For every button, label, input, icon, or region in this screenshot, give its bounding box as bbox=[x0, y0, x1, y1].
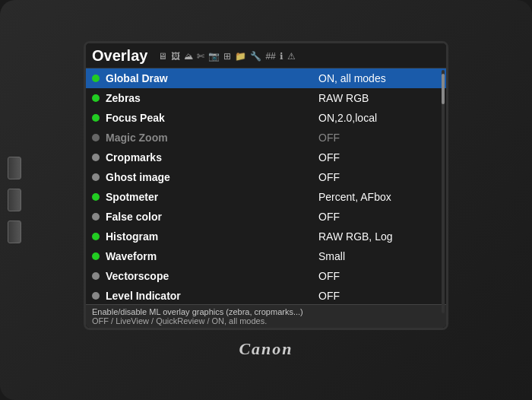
left-buttons bbox=[8, 157, 21, 243]
dot-spotmeter bbox=[92, 193, 100, 201]
icon-cursor: ✄ bbox=[197, 51, 204, 62]
menu-item-waveform[interactable]: WaveformSmall bbox=[86, 246, 446, 266]
value-level-indicator: OFF bbox=[318, 290, 440, 302]
icon-info: ℹ bbox=[280, 51, 283, 62]
screen: Overlay 🖥 🖼 ⛰ ✄ 📷 ⊞ 📁 🔧 ## ℹ ⚠ Global bbox=[86, 43, 446, 328]
icon-wrench: 🔧 bbox=[250, 51, 261, 62]
label-cropmarks: Cropmarks bbox=[106, 151, 318, 163]
label-spotmeter: Spotmeter bbox=[106, 191, 318, 203]
label-false-color: False color bbox=[106, 211, 318, 223]
dot-magic-zoom bbox=[92, 134, 100, 141]
label-global-draw: Global Draw bbox=[106, 72, 318, 84]
icon-hash: ## bbox=[265, 51, 275, 62]
icon-mountain: ⛰ bbox=[184, 51, 193, 62]
menu-item-focus-peak[interactable]: Focus PeakON,2.0,local bbox=[86, 108, 446, 128]
label-histogram: Histogram bbox=[106, 230, 318, 243]
screen-container: Overlay 🖥 🖼 ⛰ ✄ 📷 ⊞ 📁 🔧 ## ℹ ⚠ Global bbox=[84, 41, 448, 330]
label-focus-peak: Focus Peak bbox=[106, 112, 318, 124]
left-button-1[interactable] bbox=[8, 157, 21, 179]
dot-focus-peak bbox=[92, 114, 100, 122]
label-level-indicator: Level Indicator bbox=[106, 290, 318, 302]
dot-cropmarks bbox=[92, 154, 100, 161]
icon-camera: 📷 bbox=[208, 51, 220, 62]
left-button-2[interactable] bbox=[8, 189, 21, 211]
menu-item-global-draw[interactable]: Global DrawON, all modes bbox=[86, 68, 446, 88]
value-false-color: OFF bbox=[318, 211, 440, 223]
label-waveform: Waveform bbox=[106, 250, 318, 262]
status-line2: OFF / LiveView / QuickReview / ON, all m… bbox=[92, 316, 440, 325]
value-ghost-image: OFF bbox=[318, 171, 440, 183]
screen-title: Overlay bbox=[92, 47, 147, 65]
value-histogram: RAW RGB, Log bbox=[318, 230, 440, 243]
top-bar: Overlay 🖥 🖼 ⛰ ✄ 📷 ⊞ 📁 🔧 ## ℹ ⚠ bbox=[86, 43, 446, 68]
dot-level-indicator bbox=[92, 292, 100, 300]
value-zebras: RAW RGB bbox=[318, 92, 440, 104]
dot-vectorscope bbox=[92, 272, 100, 280]
icon-image: 🖼 bbox=[171, 51, 180, 62]
menu-item-histogram[interactable]: HistogramRAW RGB, Log bbox=[86, 227, 446, 246]
menu-item-magic-zoom[interactable]: Magic ZoomOFF bbox=[86, 128, 446, 148]
menu-item-cropmarks[interactable]: CropmarksOFF bbox=[86, 148, 446, 167]
value-magic-zoom: OFF bbox=[318, 132, 440, 144]
label-zebras: Zebras bbox=[106, 92, 318, 104]
dot-zebras bbox=[92, 94, 100, 102]
icon-folder: 📁 bbox=[235, 51, 246, 62]
menu-item-level-indicator[interactable]: Level IndicatorOFF bbox=[86, 286, 446, 304]
value-cropmarks: OFF bbox=[318, 151, 440, 163]
menu-item-false-color[interactable]: False colorOFF bbox=[86, 207, 446, 227]
menu-item-vectorscope[interactable]: VectorscopeOFF bbox=[86, 266, 446, 286]
value-spotmeter: Percent, AFbox bbox=[318, 191, 440, 203]
dot-waveform bbox=[92, 252, 100, 260]
value-global-draw: ON, all modes bbox=[318, 72, 440, 84]
menu-item-zebras[interactable]: ZebrasRAW RGB bbox=[86, 88, 446, 108]
camera-body: Overlay 🖥 🖼 ⛰ ✄ 📷 ⊞ 📁 🔧 ## ℹ ⚠ Global bbox=[0, 0, 532, 400]
dot-histogram bbox=[92, 233, 100, 240]
status-bar: Enable/disable ML overlay graphics (zebr… bbox=[86, 304, 446, 328]
left-button-3[interactable] bbox=[8, 221, 21, 243]
icon-grid: ⊞ bbox=[223, 51, 231, 62]
status-line1: Enable/disable ML overlay graphics (zebr… bbox=[92, 307, 440, 316]
value-focus-peak: ON,2.0,local bbox=[318, 112, 440, 124]
scroll-thumb bbox=[442, 74, 445, 104]
icon-monitor: 🖥 bbox=[158, 51, 167, 62]
scroll-bar bbox=[442, 70, 445, 313]
dot-false-color bbox=[92, 213, 100, 221]
value-waveform: Small bbox=[318, 250, 440, 262]
dot-global-draw bbox=[92, 75, 100, 82]
label-vectorscope: Vectorscope bbox=[106, 270, 318, 282]
menu-item-spotmeter[interactable]: SpotmeterPercent, AFbox bbox=[86, 187, 446, 207]
label-magic-zoom: Magic Zoom bbox=[106, 132, 318, 144]
canon-logo: Canon bbox=[239, 339, 293, 359]
menu-item-ghost-image[interactable]: Ghost imageOFF bbox=[86, 167, 446, 187]
value-vectorscope: OFF bbox=[318, 270, 440, 282]
menu-list: Global DrawON, all modesZebrasRAW RGBFoc… bbox=[86, 68, 446, 304]
label-ghost-image: Ghost image bbox=[106, 171, 318, 183]
dot-ghost-image bbox=[92, 173, 100, 181]
icon-warning: ⚠ bbox=[287, 51, 296, 62]
top-icons: 🖥 🖼 ⛰ ✄ 📷 ⊞ 📁 🔧 ## ℹ ⚠ bbox=[158, 51, 295, 62]
